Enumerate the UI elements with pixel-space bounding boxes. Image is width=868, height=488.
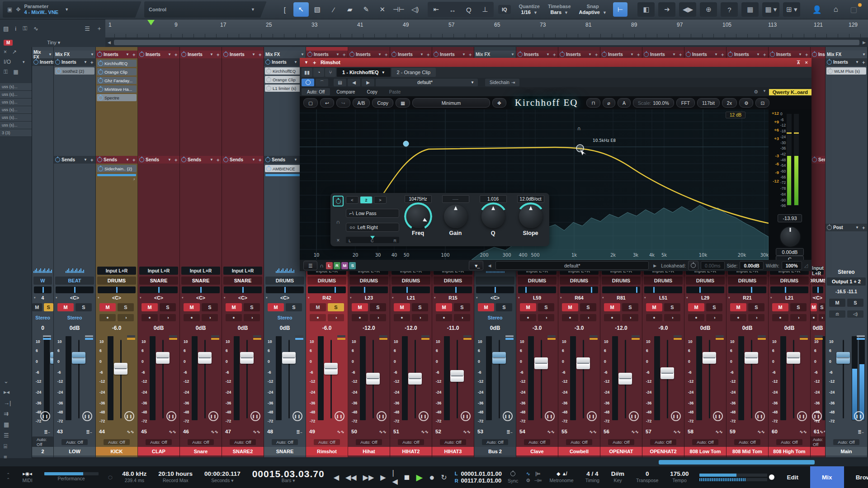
automation-mode-button[interactable]: Auto: Off: [692, 439, 718, 445]
layer-indicator-icon[interactable]: [590, 335, 598, 341]
layer-indicator-icon[interactable]: [800, 335, 808, 341]
next-preset-icon[interactable]: ▶: [651, 263, 659, 268]
inserts-tab[interactable]: Inserts: [314, 52, 329, 57]
record-arm-button[interactable]: ●: [142, 314, 158, 321]
inserts-tab[interactable]: Inserts: [356, 52, 371, 57]
pan-slider[interactable]: [644, 286, 682, 293]
power-icon[interactable]: [518, 52, 523, 57]
pan-mode-icon[interactable]: ❚❚: [671, 411, 681, 421]
output-bus[interactable]: SNARE: [139, 277, 178, 285]
sidebar-tool-icon[interactable]: ↗: [12, 49, 17, 55]
chevron-down-icon[interactable]: ▾: [23, 60, 25, 64]
macro-icon[interactable]: ⊥: [477, 2, 493, 17]
collapsed-channel[interactable]: uss (s)...: [0, 106, 32, 114]
automation-mode-button[interactable]: Auto: Off: [61, 439, 87, 445]
output-bus[interactable]: DRUMS: [770, 277, 809, 285]
chevron-down-icon[interactable]: ▼: [294, 60, 297, 64]
power-icon[interactable]: [265, 60, 270, 65]
pan-mode-icon[interactable]: ❚❚: [82, 411, 92, 421]
pan-slider[interactable]: [686, 286, 724, 293]
inserts-tab[interactable]: Inserts: [188, 52, 203, 57]
channel-strip-Main[interactable]: Mix FX▼Inserts▼＋WLM Plus (s)Post▼＋Stereo…: [826, 47, 868, 457]
pan-mode-icon[interactable]: ❚❚: [377, 411, 387, 421]
solo-button[interactable]: S: [580, 303, 596, 311]
mute-button[interactable]: M: [436, 303, 452, 311]
gear-icon[interactable]: ⚙: [739, 98, 753, 108]
fader-handle[interactable]: [450, 370, 464, 382]
add-insert-icon[interactable]: ＋: [342, 52, 346, 58]
knob-value[interactable]: 12.0dB/oct: [517, 195, 544, 203]
monitor-icon[interactable]: ⚖: [829, 310, 845, 318]
move-icon[interactable]: ⊕: [700, 2, 717, 17]
chevron-down-icon[interactable]: ▼: [798, 52, 802, 56]
pan-value[interactable]: R15▾: [432, 295, 474, 301]
inserts-tab[interactable]: Inserts: [61, 60, 76, 65]
channel-name-plate[interactable]: SNARE: [264, 447, 306, 455]
pan-slider[interactable]: [770, 286, 808, 293]
pan-mode-icon[interactable]: ❚❚: [166, 411, 176, 421]
add-insert-icon[interactable]: ＋: [426, 52, 430, 58]
chevron-down-icon[interactable]: ▼: [378, 52, 382, 56]
timeline-ruler[interactable]: 191725334149576573818997105113121129: [105, 19, 868, 38]
pan-mode-icon[interactable]: ❚❚: [250, 411, 260, 421]
fader-handle[interactable]: [492, 352, 506, 364]
layer-indicator-icon[interactable]: [505, 335, 514, 341]
chevron-down-icon[interactable]: ▼: [714, 52, 718, 56]
pan-mode-icon[interactable]: ❚❚: [461, 411, 471, 421]
collapsed-channel[interactable]: uss (s)...: [0, 99, 32, 106]
channel-strip-LOW[interactable]: Mix FX▼Inserts▼＋soothe2 (2)Sends▼＋BEAT<C…: [54, 47, 96, 457]
fader-zone[interactable]: 1060-6-12-24-36-48-72❚❚: [32, 334, 53, 425]
channel-name-plate[interactable]: OPENHAT: [600, 447, 642, 455]
pan-mode-icon[interactable]: ❚❚: [587, 411, 597, 421]
automation-mode-button[interactable]: Auto: Off: [833, 439, 859, 445]
chevron-down-icon[interactable]: ▼: [48, 52, 52, 56]
channel-name-plate[interactable]: CLAP: [138, 447, 179, 455]
save-preset-icon[interactable]: ▼̲: [469, 261, 483, 270]
automation-mode-button[interactable]: Auto: Off: [302, 88, 330, 95]
channel-strip-61[interactable]: Inserts▼＋Sends▼＋Input L+RDRUMS<C>▾MS●◑0d…: [811, 47, 826, 457]
channel-name-plate[interactable]: Hihat: [348, 447, 390, 455]
insert-plugin-name[interactable]: Orange Clip: [104, 70, 127, 75]
output-bus[interactable]: DRUMS: [644, 277, 683, 285]
pan-slider[interactable]: [560, 286, 598, 293]
fader-zone[interactable]: 1060-6-12-24-36-48-72❚❚: [684, 334, 726, 425]
power-icon[interactable]: [560, 52, 565, 57]
time-display[interactable]: 00:00:20.117 Seconds ▾: [204, 470, 241, 484]
fader-zone[interactable]: 1060-6-12-24-36-48-72❚❚: [222, 334, 264, 425]
pan-marker[interactable]: [370, 236, 375, 239]
channel-name-plate[interactable]: 808 High Tom: [769, 447, 810, 455]
power-icon[interactable]: [307, 52, 312, 57]
pan-value[interactable]: <C>▾: [54, 295, 95, 301]
fader-value[interactable]: -11.0: [432, 324, 474, 332]
next-preset-icon[interactable]: ▶: [362, 79, 374, 86]
mixfx-tab[interactable]: Mix FX: [827, 52, 841, 57]
ruler-menu-icon[interactable]: ＋: [96, 24, 102, 33]
fader-zone[interactable]: 1060-6-12-24-36-48-72❚❚: [390, 334, 432, 425]
pan-slider[interactable]: [434, 286, 472, 293]
pan-slider[interactable]: [812, 286, 823, 293]
add-insert-icon[interactable]: ＋: [720, 52, 725, 58]
quantize-select[interactable]: Quantize 1/16▼: [519, 4, 540, 16]
inserts-tab[interactable]: Inserts: [104, 52, 118, 57]
post-fx-tab[interactable]: Post: [833, 225, 843, 230]
mute-button[interactable]: M: [730, 303, 746, 311]
output-bus[interactable]: SNARE: [181, 277, 220, 285]
layer-indicator-icon[interactable]: [253, 335, 261, 341]
chevron-down-icon[interactable]: ▼: [90, 52, 94, 56]
output-bus[interactable]: DRUMS: [349, 277, 388, 285]
fullscreen-icon[interactable]: ⊡: [755, 98, 769, 108]
home-icon[interactable]: ⌂: [834, 5, 838, 14]
power-icon[interactable]: [98, 87, 103, 92]
snap-toggle-button[interactable]: ⊢: [613, 2, 628, 17]
power-icon[interactable]: [98, 78, 103, 83]
marker-icons[interactable]: |⊨⊣⊨: [534, 470, 542, 484]
stereo-mode-label[interactable]: Stereo: [35, 315, 50, 320]
pan-mode-icon[interactable]: ❚❚: [335, 411, 344, 421]
layer-indicator-icon[interactable]: [337, 335, 345, 341]
help-icon[interactable]: ?: [721, 2, 738, 17]
chevron-down-icon[interactable]: ▼: [210, 158, 213, 162]
editor-list-icon[interactable]: ▮▮: [302, 68, 312, 77]
list-icon[interactable]: ▤: [3, 25, 9, 32]
channel-name-plate[interactable]: Bus 2: [474, 447, 516, 455]
automation-mode-button[interactable]: Auto: Off: [440, 439, 466, 445]
